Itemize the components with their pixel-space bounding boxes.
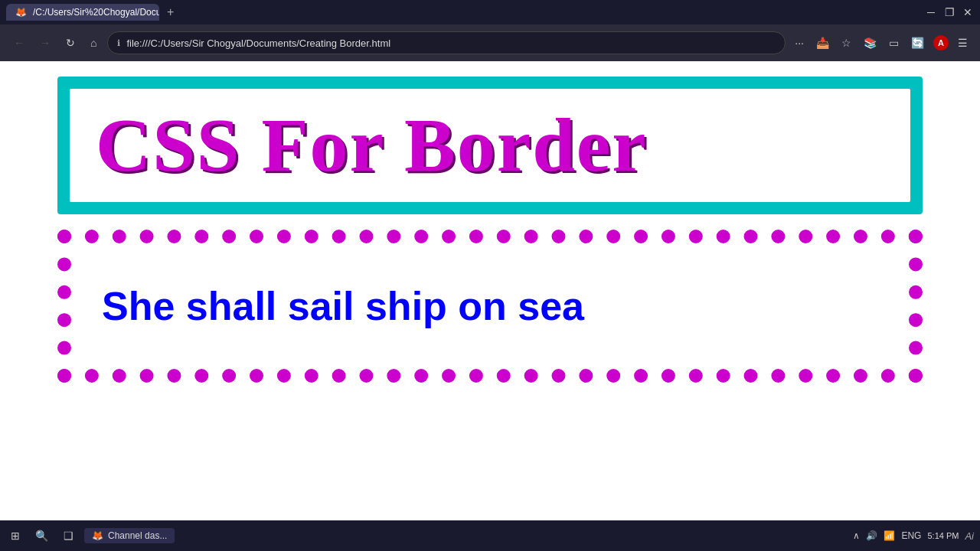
menu-button[interactable]: ☰ [955, 34, 971, 52]
heading-container: CSS For Border [57, 77, 923, 214]
taskbar: ⊞ 🔍 ❑ 🦊 Channel das... ∧ 🔊 📶 ENG 5:14 PM… [0, 520, 980, 551]
taskbar-right: ∧ 🔊 📶 ENG 5:14 PM Ai [853, 530, 974, 542]
minimize-button[interactable]: ─ [925, 6, 937, 18]
network-icon[interactable]: 📶 [884, 530, 895, 541]
volume-icon[interactable]: 🔊 [866, 530, 877, 541]
heading-inner: CSS For Border [70, 89, 910, 202]
body-text: She shall sail ship on sea [102, 283, 584, 329]
home-button[interactable]: ⌂ [86, 34, 101, 52]
url-text: file:///C:/Users/Sir Chogyal/Documents/C… [126, 37, 390, 49]
restore-button[interactable]: ❐ [943, 6, 956, 18]
tab-title: /C:/Users/Sir%20Chogyal/Docume... [33, 7, 159, 18]
url-bar[interactable]: ℹ file:///C:/Users/Sir Chogyal/Documents… [107, 31, 786, 54]
task-view-button[interactable]: ❑ [59, 527, 78, 545]
lang-label: ENG [901, 530, 921, 541]
toolbar-icons: ··· 📥 ☆ 📚 ▭ 🔄 A ☰ [792, 34, 971, 52]
active-tab[interactable]: 🦊 /C:/Users/Sir%20Chogyal/Docume... ✕ [6, 4, 159, 21]
back-button[interactable]: ← [9, 34, 29, 52]
sync-button[interactable]: 🔄 [908, 34, 927, 52]
page-heading: CSS For Border [96, 107, 884, 184]
search-button[interactable]: 🔍 [31, 527, 53, 545]
clock[interactable]: 5:14 PM [927, 531, 959, 540]
time-text: 5:14 PM [927, 531, 959, 540]
title-bar: 🦊 /C:/Users/Sir%20Chogyal/Docume... ✕ + … [0, 0, 980, 24]
browser-taskbar-item[interactable]: 🦊 Channel das... [84, 528, 175, 543]
sidebar-button[interactable]: ▭ [886, 34, 902, 52]
taskbar-left: ⊞ 🔍 ❑ 🦊 Channel das... [6, 527, 175, 545]
system-tray-up[interactable]: ∧ [853, 530, 860, 541]
tab-favicon: 🦊 [15, 7, 27, 18]
address-bar: ← → ↻ ⌂ ℹ file:///C:/Users/Sir Chogyal/D… [0, 24, 980, 61]
new-tab-button[interactable]: + [162, 5, 178, 19]
addon-button[interactable]: A [933, 35, 949, 51]
browser-icon: 🦊 [92, 530, 103, 541]
start-button[interactable]: ⊞ [6, 527, 24, 545]
window-controls: ─ ❐ ✕ [925, 6, 974, 18]
refresh-button[interactable]: ↻ [61, 34, 80, 52]
forward-button[interactable]: → [35, 34, 55, 52]
pocket-button[interactable]: 📥 [813, 34, 832, 52]
ai-label: Ai [965, 530, 974, 542]
library-button[interactable]: 📚 [861, 34, 880, 52]
tabs-container: 🦊 /C:/Users/Sir%20Chogyal/Docume... ✕ + [6, 4, 178, 21]
dotted-section: She shall sail ship on sea [57, 230, 923, 383]
security-icon: ℹ [117, 38, 120, 48]
page-content: CSS For Border She shall sail ship on se… [0, 61, 980, 520]
bookmark-button[interactable]: ☆ [838, 34, 854, 52]
more-button[interactable]: ··· [792, 34, 807, 52]
browser-app-label: Channel das... [108, 530, 167, 541]
close-button[interactable]: ✕ [962, 6, 974, 18]
